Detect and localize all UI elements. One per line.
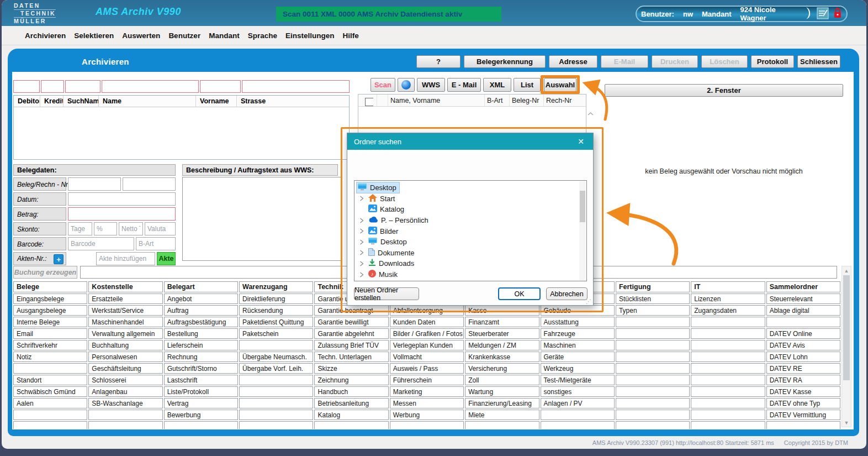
filter-vorname-input[interactable] [200, 80, 241, 93]
folder-cell[interactable]: DATEV ohne Typ [766, 398, 840, 408]
folder-cell[interactable]: Lieferschein [164, 340, 238, 350]
folder-cell[interactable]: Geräte [541, 352, 615, 362]
folder-cell[interactable]: Buchhaltung [88, 340, 162, 350]
folder-cell[interactable] [766, 421, 840, 429]
folder-cell[interactable] [616, 421, 690, 429]
skonto-valuta-field[interactable] [145, 222, 176, 235]
folder-cell[interactable]: Bilder / Grafiken / Fotos [390, 328, 464, 339]
folder-cell[interactable]: Vollmacht [390, 352, 464, 362]
folder-cell[interactable] [88, 421, 162, 429]
folder-cell[interactable] [616, 363, 690, 374]
folder-cell[interactable] [616, 398, 690, 408]
folder-cell[interactable] [616, 317, 690, 327]
folder-column-header[interactable]: Fertigung [616, 281, 690, 292]
folder-cell[interactable]: Maschinen [541, 340, 615, 350]
folder-cell[interactable]: Vertrag [164, 398, 238, 408]
globe-icon[interactable] [398, 78, 415, 92]
folder-cell[interactable] [616, 352, 690, 362]
akte-button[interactable]: Akte [157, 252, 176, 265]
folder-cell[interactable]: Zulassung Brief TÜV [314, 340, 388, 350]
folder-grid-scrollbar[interactable]: ▲ ▼ [841, 266, 851, 427]
folder-cell[interactable]: DATEV Online [766, 328, 840, 339]
folder-cell[interactable]: Email [13, 328, 87, 339]
schliessen-button[interactable]: Schliessen [797, 55, 840, 68]
chevron-up-icon[interactable] [588, 108, 594, 118]
folder-cell[interactable]: Zugangsdaten [691, 305, 765, 316]
folder-cell[interactable]: Auftragsbestätigung [164, 317, 238, 327]
scroll-down-icon[interactable]: ▼ [842, 418, 851, 427]
folder-cell[interactable] [239, 340, 313, 350]
folder-cell[interactable] [691, 421, 765, 429]
folder-cell[interactable]: Techn. Unterlagen [314, 352, 388, 362]
menu-item-sprache[interactable]: Sprache [248, 32, 277, 40]
doclist-column-b-art[interactable]: B-Art [485, 95, 510, 106]
address-column-name[interactable]: Name [99, 96, 196, 107]
folder-cell[interactable]: Ablage digital [766, 305, 840, 316]
folder-cell[interactable]: Zoll [465, 375, 539, 385]
folder-cell[interactable] [314, 421, 388, 429]
select-all-checkbox[interactable] [365, 98, 373, 106]
folder-cell[interactable]: Test-/Mietgeräte [541, 375, 615, 385]
folder-cell[interactable] [766, 317, 840, 327]
skonto-prozent-field[interactable] [94, 222, 117, 235]
filter-strasse-input[interactable] [242, 80, 350, 93]
folder-cell[interactable]: Meldungen / ZM [465, 340, 539, 350]
folder-cell[interactable] [616, 375, 690, 385]
folder-cell[interactable]: Paketschein [239, 328, 313, 339]
folder-cell[interactable]: Garantie abgelehnt [314, 328, 388, 339]
folder-cell[interactable] [88, 410, 162, 420]
folder-cell[interactable] [239, 375, 313, 385]
folder-cell[interactable]: Übergabe Neumasch. [239, 352, 313, 362]
folder-cell[interactable] [390, 421, 464, 429]
folder-column-header[interactable]: Belege [13, 281, 87, 292]
folder-cell[interactable]: DATEV RE [766, 363, 840, 374]
folder-cell[interactable] [691, 317, 765, 327]
second-window-header[interactable]: 2. Fenster [605, 84, 843, 97]
folder-cell[interactable]: Fahrzeuge [541, 328, 615, 339]
folder-cell[interactable] [691, 363, 765, 374]
folder-cell[interactable]: Katalog [314, 410, 388, 420]
folder-cell[interactable]: Auftrag [164, 305, 238, 316]
menu-item-auswerten[interactable]: Auswerten [122, 32, 160, 40]
folder-cell[interactable]: Liste/Protokoll [164, 386, 238, 397]
menu-item-selektieren[interactable]: Selektieren [74, 32, 114, 40]
beleg-nr-field-2[interactable] [123, 177, 176, 191]
barcode-bart-field[interactable] [136, 237, 176, 250]
folder-cell[interactable] [691, 352, 765, 362]
folder-cell[interactable]: Skizze [314, 363, 388, 374]
notes-icon[interactable] [817, 7, 829, 21]
tab-list[interactable]: List [514, 78, 541, 92]
folder-cell[interactable]: Führerschein [390, 375, 464, 385]
folder-cell[interactable] [541, 421, 615, 429]
folder-cell[interactable]: Garantie bewilligt [314, 317, 388, 327]
folder-cell[interactable]: Ausgangsbelege [13, 305, 87, 316]
folder-cell[interactable]: Werkzeug [541, 363, 615, 374]
scrollbar-thumb[interactable] [843, 275, 850, 380]
skonto-netto-field[interactable] [119, 222, 143, 235]
folder-column-header[interactable]: IT [691, 281, 765, 292]
folder-cell[interactable] [465, 421, 539, 429]
folder-cell[interactable]: Bewerbung [164, 410, 238, 420]
folder-cell[interactable]: Miete [465, 410, 539, 420]
folder-cell[interactable]: Angebot [164, 293, 238, 304]
folder-cell[interactable]: Gutschrift/Storno [164, 363, 238, 374]
buchung-erzeugen-button[interactable]: Buchung erzeugen [13, 266, 77, 279]
protokoll-button[interactable]: Protokoll [751, 55, 794, 68]
folder-cell[interactable]: Bestellung [164, 328, 238, 339]
folder-cell[interactable] [13, 421, 87, 429]
akte-hinzufuegen-field[interactable] [96, 252, 155, 265]
scroll-up-icon[interactable]: ▲ [842, 266, 851, 275]
folder-cell[interactable] [239, 421, 313, 429]
doclist-column-rech-nr[interactable]: Rech-Nr [544, 95, 587, 106]
address-column-vorname[interactable]: Vorname [196, 96, 237, 107]
beschreibung-textarea[interactable] [182, 177, 341, 261]
folder-cell[interactable]: Schlosserei [88, 375, 162, 385]
folder-cell[interactable]: DATEV Avis [766, 340, 840, 350]
folder-cell[interactable]: Lizenzen [691, 293, 765, 304]
folder-column-header[interactable]: Belegart [164, 281, 238, 292]
folder-cell[interactable] [13, 410, 87, 420]
folder-cell[interactable] [691, 340, 765, 350]
folder-cell[interactable]: Anlagenbau [88, 386, 162, 397]
folder-cell[interactable]: Verwaltung allgemein [88, 328, 162, 339]
menu-item-mandant[interactable]: Mandant [209, 32, 240, 40]
